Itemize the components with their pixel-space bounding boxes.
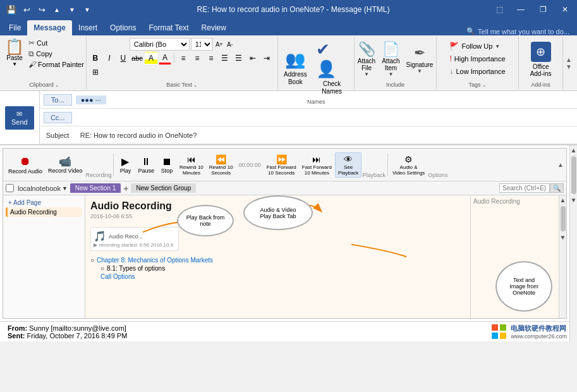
bullet-list-button[interactable]: ☰ bbox=[219, 52, 231, 64]
format-painter-button[interactable]: 🖌 Format Painter bbox=[27, 59, 86, 70]
ribbon-scroll-up[interactable]: ▲ bbox=[564, 56, 573, 63]
clipboard-expander[interactable]: ⌄ bbox=[55, 82, 59, 88]
attach-file-button[interactable]: 📎 Attach File ▼ bbox=[355, 40, 378, 78]
chapter-expand-icon[interactable]: ○ bbox=[90, 257, 94, 264]
tab-file[interactable]: File bbox=[3, 20, 27, 35]
check-names-button[interactable]: ✔👤 Check Names bbox=[312, 38, 351, 97]
signature-button[interactable]: ✒ Signature ▼ bbox=[404, 44, 436, 75]
help-icon[interactable]: ⬚ bbox=[493, 3, 506, 16]
email-scroll-down[interactable]: ▼ bbox=[569, 195, 577, 205]
see-playback-button[interactable]: 👁 See Playback bbox=[335, 152, 361, 178]
cc-button[interactable]: Cc... bbox=[44, 112, 72, 123]
notebook-selector[interactable]: localnotebook ▼ bbox=[18, 185, 68, 192]
section-group-tab[interactable]: New Section Group bbox=[131, 183, 196, 193]
onenote-search-button[interactable]: 🔍 bbox=[550, 183, 564, 193]
copy-button[interactable]: ⧉ Copy bbox=[27, 49, 86, 59]
scroll-thumb[interactable] bbox=[561, 206, 566, 231]
numbered-list-button[interactable]: ☰ bbox=[233, 52, 245, 64]
minimize-button[interactable]: — bbox=[513, 4, 528, 15]
stop-button[interactable]: ⏹ Stop bbox=[157, 155, 176, 175]
email-scroll-thumb[interactable] bbox=[571, 156, 576, 194]
tab-format-text[interactable]: Format Text bbox=[142, 20, 195, 35]
paste-dropdown-arrow[interactable]: ▼ bbox=[12, 61, 17, 67]
italic-button[interactable]: I bbox=[103, 52, 116, 64]
attach-item-dropdown-arrow[interactable]: ▼ bbox=[388, 71, 393, 77]
save-button[interactable]: 💾 bbox=[5, 3, 18, 16]
office-addins-icon: ⊕ bbox=[531, 42, 551, 62]
email-scroll-up[interactable]: ▲ bbox=[569, 145, 577, 155]
play-button[interactable]: ▶ Play bbox=[116, 154, 135, 175]
page-item-audio-recording[interactable]: Audio Recording bbox=[6, 207, 82, 217]
indent-decrease-button[interactable]: ⇤ bbox=[246, 52, 259, 64]
tab-insert[interactable]: Insert bbox=[72, 20, 104, 35]
record-video-button[interactable]: 📹 Record Video bbox=[46, 154, 85, 175]
add-page-button[interactable]: + Add Page bbox=[6, 198, 82, 207]
office-addins-button[interactable]: ⊕ Office Add-ins bbox=[525, 39, 557, 80]
scroll-up-button[interactable]: ▲ bbox=[559, 195, 567, 205]
redo-button[interactable]: ↪ bbox=[35, 3, 48, 16]
strikethrough-button[interactable]: abc bbox=[131, 52, 143, 64]
decrease-font-size-button[interactable]: A- bbox=[225, 39, 235, 50]
subject-value[interactable]: RE: How to record audio in OneNote? bbox=[80, 132, 574, 139]
clipboard-small-buttons: ✂ Cut ⧉ Copy 🖌 Format Painter bbox=[27, 38, 86, 80]
window-controls: ⬚ — ❐ ✕ bbox=[493, 3, 572, 16]
audio-video-settings-button[interactable]: ⚙ Audio & Video Settings bbox=[390, 153, 427, 177]
close-button[interactable]: ✕ bbox=[558, 4, 572, 15]
audio-recording-item[interactable]: 🎵 Audio Reco... ▶ recording started: 6:5… bbox=[90, 227, 179, 251]
high-importance-button[interactable]: ! High Importance bbox=[447, 53, 507, 64]
align-left-button[interactable]: ≡ bbox=[177, 52, 190, 64]
signature-dropdown-arrow[interactable]: ▼ bbox=[417, 68, 422, 74]
align-center-button[interactable]: ≡ bbox=[191, 52, 203, 64]
basic-text-expander[interactable]: ⌄ bbox=[193, 82, 198, 88]
sent-value: Friday, October 7, 2016 8:49 PM bbox=[27, 332, 128, 340]
paste-button[interactable]: 📋 Paste ▼ bbox=[3, 38, 27, 80]
notebook-dropdown[interactable]: ▼ bbox=[62, 185, 68, 192]
address-book-button[interactable]: 👥 Address Book bbox=[281, 48, 310, 88]
tell-me-search[interactable]: Tell me what you want to do... bbox=[478, 28, 569, 35]
tab-message[interactable]: Message bbox=[27, 20, 72, 35]
indent-increase-button[interactable]: ⇥ bbox=[260, 52, 273, 64]
send-button[interactable]: ✉ Send bbox=[5, 106, 34, 130]
cc-value[interactable] bbox=[75, 116, 574, 119]
tab-options[interactable]: Options bbox=[104, 20, 142, 35]
highlight-button[interactable]: A bbox=[145, 52, 157, 64]
ribbon-scroll-btn[interactable]: ▲ bbox=[557, 161, 564, 168]
follow-up-dropdown-arrow[interactable]: ▼ bbox=[495, 44, 500, 49]
email-body-inner: ⏺ Record Audio 📹 Record Video Recording … bbox=[0, 145, 569, 341]
ribbon-scroll-down[interactable]: ▼ bbox=[564, 63, 573, 70]
scroll-down-button[interactable]: ▼ bbox=[559, 233, 567, 242]
pause-button[interactable]: ⏸ Pause bbox=[135, 155, 157, 175]
rewind10m-button[interactable]: ⏮ Rewind 10 Minutes bbox=[177, 153, 206, 177]
section-tab[interactable]: New Section 1 bbox=[70, 183, 121, 193]
text-effects-button[interactable]: ⊞ bbox=[89, 66, 102, 78]
rewind10s-button[interactable]: ⏪ Rewind 10 Seconds bbox=[207, 153, 236, 177]
to-button[interactable]: To... bbox=[44, 94, 72, 106]
low-importance-button[interactable]: ↓ Low Importance bbox=[447, 66, 507, 77]
add-section-button[interactable]: + bbox=[123, 183, 128, 193]
cut-button[interactable]: ✂ Cut bbox=[27, 38, 86, 48]
follow-up-button[interactable]: 🚩 Follow Up ▼ bbox=[447, 40, 502, 52]
undo-button[interactable]: ↩ bbox=[20, 3, 33, 16]
customize-qat-button[interactable]: ▼ bbox=[81, 3, 94, 16]
increase-font-size-button[interactable]: A+ bbox=[214, 39, 224, 50]
fastfwd10m-button[interactable]: ⏭ Fast Forward 10 Minutes bbox=[300, 153, 334, 177]
fastfwd10s-button[interactable]: ⏩ Fast Forward 10 Seconds bbox=[264, 153, 299, 177]
font-family-select[interactable]: Calibri (Bo bbox=[130, 38, 190, 51]
tab-review[interactable]: Review bbox=[195, 20, 233, 35]
notebook-checkbox[interactable] bbox=[6, 184, 14, 192]
record-audio-button[interactable]: ⏺ Record Audio bbox=[6, 154, 45, 176]
font-size-select[interactable]: 11 bbox=[191, 38, 213, 51]
underline-button[interactable]: U bbox=[117, 52, 130, 64]
nav-back-button[interactable]: ▲ bbox=[51, 3, 63, 16]
restore-button[interactable]: ❐ bbox=[536, 4, 550, 15]
align-right-button[interactable]: ≡ bbox=[205, 52, 217, 64]
attach-file-dropdown-arrow[interactable]: ▼ bbox=[364, 71, 369, 77]
section-expand-icon[interactable]: ○ bbox=[100, 265, 104, 272]
follow-up-label: Follow Up bbox=[461, 42, 492, 50]
bold-button[interactable]: B bbox=[89, 52, 102, 64]
onenote-search-input[interactable] bbox=[499, 183, 550, 193]
attach-item-button[interactable]: 📄 Attach Item ▼ bbox=[379, 40, 402, 78]
nav-fwd-button[interactable]: ▼ bbox=[66, 3, 78, 16]
tags-expander[interactable]: ⌄ bbox=[482, 82, 487, 88]
font-color-button[interactable]: A bbox=[159, 52, 171, 64]
